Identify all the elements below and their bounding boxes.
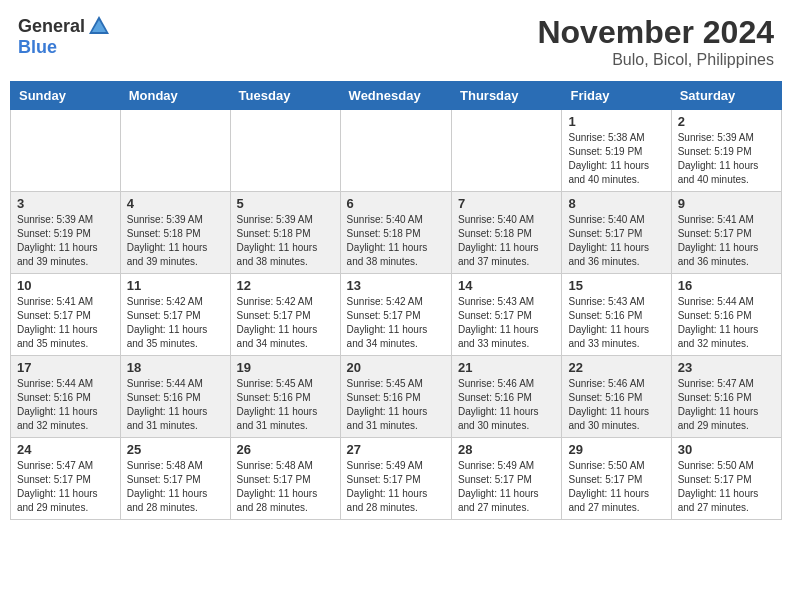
day-info: Sunrise: 5:46 AM Sunset: 5:16 PM Dayligh… <box>458 377 555 433</box>
calendar-cell: 21Sunrise: 5:46 AM Sunset: 5:16 PM Dayli… <box>452 356 562 438</box>
weekday-header-monday: Monday <box>120 82 230 110</box>
calendar-cell <box>230 110 340 192</box>
logo-general-text: General <box>18 17 85 35</box>
calendar-cell: 8Sunrise: 5:40 AM Sunset: 5:17 PM Daylig… <box>562 192 671 274</box>
day-info: Sunrise: 5:47 AM Sunset: 5:17 PM Dayligh… <box>17 459 114 515</box>
calendar-cell: 3Sunrise: 5:39 AM Sunset: 5:19 PM Daylig… <box>11 192 121 274</box>
day-number: 23 <box>678 360 775 375</box>
day-info: Sunrise: 5:47 AM Sunset: 5:16 PM Dayligh… <box>678 377 775 433</box>
day-number: 4 <box>127 196 224 211</box>
day-number: 24 <box>17 442 114 457</box>
calendar-cell: 19Sunrise: 5:45 AM Sunset: 5:16 PM Dayli… <box>230 356 340 438</box>
day-info: Sunrise: 5:46 AM Sunset: 5:16 PM Dayligh… <box>568 377 664 433</box>
day-info: Sunrise: 5:49 AM Sunset: 5:17 PM Dayligh… <box>458 459 555 515</box>
calendar-cell: 2Sunrise: 5:39 AM Sunset: 5:19 PM Daylig… <box>671 110 781 192</box>
day-number: 27 <box>347 442 445 457</box>
logo: General Blue <box>18 14 111 57</box>
calendar-cell: 23Sunrise: 5:47 AM Sunset: 5:16 PM Dayli… <box>671 356 781 438</box>
day-info: Sunrise: 5:44 AM Sunset: 5:16 PM Dayligh… <box>678 295 775 351</box>
day-info: Sunrise: 5:40 AM Sunset: 5:18 PM Dayligh… <box>347 213 445 269</box>
day-number: 7 <box>458 196 555 211</box>
day-number: 2 <box>678 114 775 129</box>
calendar-cell: 20Sunrise: 5:45 AM Sunset: 5:16 PM Dayli… <box>340 356 451 438</box>
day-number: 12 <box>237 278 334 293</box>
day-number: 22 <box>568 360 664 375</box>
calendar-cell: 5Sunrise: 5:39 AM Sunset: 5:18 PM Daylig… <box>230 192 340 274</box>
day-number: 3 <box>17 196 114 211</box>
day-number: 28 <box>458 442 555 457</box>
calendar-cell: 1Sunrise: 5:38 AM Sunset: 5:19 PM Daylig… <box>562 110 671 192</box>
page-title: November 2024 <box>537 14 774 51</box>
day-number: 26 <box>237 442 334 457</box>
day-number: 30 <box>678 442 775 457</box>
calendar-cell: 4Sunrise: 5:39 AM Sunset: 5:18 PM Daylig… <box>120 192 230 274</box>
calendar-cell <box>340 110 451 192</box>
day-number: 11 <box>127 278 224 293</box>
day-number: 6 <box>347 196 445 211</box>
header: General Blue November 2024 Bulo, Bicol, … <box>10 10 782 73</box>
calendar-table: SundayMondayTuesdayWednesdayThursdayFrid… <box>10 81 782 520</box>
weekday-header-saturday: Saturday <box>671 82 781 110</box>
day-number: 19 <box>237 360 334 375</box>
day-number: 14 <box>458 278 555 293</box>
calendar-cell: 29Sunrise: 5:50 AM Sunset: 5:17 PM Dayli… <box>562 438 671 520</box>
day-number: 13 <box>347 278 445 293</box>
day-info: Sunrise: 5:48 AM Sunset: 5:17 PM Dayligh… <box>127 459 224 515</box>
calendar-cell: 11Sunrise: 5:42 AM Sunset: 5:17 PM Dayli… <box>120 274 230 356</box>
day-info: Sunrise: 5:38 AM Sunset: 5:19 PM Dayligh… <box>568 131 664 187</box>
calendar-cell: 27Sunrise: 5:49 AM Sunset: 5:17 PM Dayli… <box>340 438 451 520</box>
title-area: November 2024 Bulo, Bicol, Philippines <box>537 14 774 69</box>
day-info: Sunrise: 5:45 AM Sunset: 5:16 PM Dayligh… <box>347 377 445 433</box>
calendar-cell <box>452 110 562 192</box>
day-number: 16 <box>678 278 775 293</box>
day-number: 5 <box>237 196 334 211</box>
day-info: Sunrise: 5:41 AM Sunset: 5:17 PM Dayligh… <box>678 213 775 269</box>
day-number: 21 <box>458 360 555 375</box>
calendar-cell: 9Sunrise: 5:41 AM Sunset: 5:17 PM Daylig… <box>671 192 781 274</box>
day-number: 10 <box>17 278 114 293</box>
day-info: Sunrise: 5:43 AM Sunset: 5:16 PM Dayligh… <box>568 295 664 351</box>
calendar-cell: 24Sunrise: 5:47 AM Sunset: 5:17 PM Dayli… <box>11 438 121 520</box>
calendar-cell: 12Sunrise: 5:42 AM Sunset: 5:17 PM Dayli… <box>230 274 340 356</box>
day-number: 18 <box>127 360 224 375</box>
day-number: 15 <box>568 278 664 293</box>
day-info: Sunrise: 5:50 AM Sunset: 5:17 PM Dayligh… <box>568 459 664 515</box>
weekday-header-wednesday: Wednesday <box>340 82 451 110</box>
calendar-cell: 18Sunrise: 5:44 AM Sunset: 5:16 PM Dayli… <box>120 356 230 438</box>
page-subtitle: Bulo, Bicol, Philippines <box>537 51 774 69</box>
day-number: 1 <box>568 114 664 129</box>
calendar-cell: 6Sunrise: 5:40 AM Sunset: 5:18 PM Daylig… <box>340 192 451 274</box>
day-info: Sunrise: 5:44 AM Sunset: 5:16 PM Dayligh… <box>17 377 114 433</box>
weekday-header-thursday: Thursday <box>452 82 562 110</box>
day-info: Sunrise: 5:39 AM Sunset: 5:18 PM Dayligh… <box>237 213 334 269</box>
day-info: Sunrise: 5:48 AM Sunset: 5:17 PM Dayligh… <box>237 459 334 515</box>
calendar-cell <box>120 110 230 192</box>
calendar-cell: 16Sunrise: 5:44 AM Sunset: 5:16 PM Dayli… <box>671 274 781 356</box>
day-info: Sunrise: 5:44 AM Sunset: 5:16 PM Dayligh… <box>127 377 224 433</box>
weekday-header-friday: Friday <box>562 82 671 110</box>
weekday-header-tuesday: Tuesday <box>230 82 340 110</box>
logo-blue-text: Blue <box>18 37 57 57</box>
day-number: 25 <box>127 442 224 457</box>
weekday-header-sunday: Sunday <box>11 82 121 110</box>
day-info: Sunrise: 5:39 AM Sunset: 5:18 PM Dayligh… <box>127 213 224 269</box>
calendar-cell: 30Sunrise: 5:50 AM Sunset: 5:17 PM Dayli… <box>671 438 781 520</box>
calendar-cell: 15Sunrise: 5:43 AM Sunset: 5:16 PM Dayli… <box>562 274 671 356</box>
day-info: Sunrise: 5:45 AM Sunset: 5:16 PM Dayligh… <box>237 377 334 433</box>
calendar-cell: 26Sunrise: 5:48 AM Sunset: 5:17 PM Dayli… <box>230 438 340 520</box>
day-info: Sunrise: 5:41 AM Sunset: 5:17 PM Dayligh… <box>17 295 114 351</box>
calendar-cell: 7Sunrise: 5:40 AM Sunset: 5:18 PM Daylig… <box>452 192 562 274</box>
calendar-cell: 13Sunrise: 5:42 AM Sunset: 5:17 PM Dayli… <box>340 274 451 356</box>
day-number: 20 <box>347 360 445 375</box>
calendar-cell <box>11 110 121 192</box>
day-number: 17 <box>17 360 114 375</box>
calendar-cell: 10Sunrise: 5:41 AM Sunset: 5:17 PM Dayli… <box>11 274 121 356</box>
calendar-cell: 14Sunrise: 5:43 AM Sunset: 5:17 PM Dayli… <box>452 274 562 356</box>
day-info: Sunrise: 5:39 AM Sunset: 5:19 PM Dayligh… <box>678 131 775 187</box>
day-info: Sunrise: 5:40 AM Sunset: 5:18 PM Dayligh… <box>458 213 555 269</box>
day-info: Sunrise: 5:40 AM Sunset: 5:17 PM Dayligh… <box>568 213 664 269</box>
day-info: Sunrise: 5:43 AM Sunset: 5:17 PM Dayligh… <box>458 295 555 351</box>
day-info: Sunrise: 5:42 AM Sunset: 5:17 PM Dayligh… <box>347 295 445 351</box>
calendar-cell: 22Sunrise: 5:46 AM Sunset: 5:16 PM Dayli… <box>562 356 671 438</box>
day-info: Sunrise: 5:39 AM Sunset: 5:19 PM Dayligh… <box>17 213 114 269</box>
